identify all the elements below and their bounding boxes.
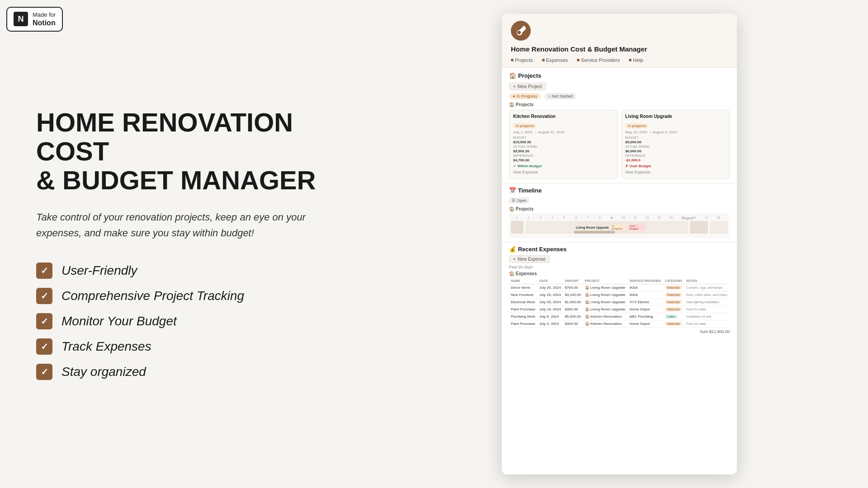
feature-user-friendly: User-Friendly: [36, 263, 335, 279]
wrench-icon: [515, 25, 526, 36]
col-date: Date: [538, 278, 563, 284]
cell-name: Decor Items: [509, 284, 538, 291]
projects-sub-heading: 🏠 Projects: [509, 102, 730, 107]
feature-label-3: Monitor Your Budget: [61, 314, 177, 328]
nav-help[interactable]: Help: [629, 57, 643, 63]
table-row: Electrical Work July 25, 2024 $1,500.00 …: [509, 299, 730, 306]
nav-expenses[interactable]: Expenses: [542, 57, 568, 63]
cell-project: 🏠 Living Room Upgrade: [583, 291, 628, 299]
title-line1: HOME RENOVATION COST: [36, 108, 293, 166]
cell-name: Paint Purchase: [509, 306, 538, 313]
cell-amount: $700.00: [563, 284, 583, 291]
expenses-heading: 💰 Recent Expenses: [509, 246, 730, 253]
col-notes: Notes: [684, 278, 730, 284]
timeline-section: 📅 Timeline ☰ Open 🏠 Projects August 1 2: [502, 183, 737, 242]
pill-in-progress[interactable]: ● In Progress: [509, 93, 541, 99]
projects-heading: 🏠 Projects: [509, 72, 730, 79]
cell-notes: Installation of sink: [684, 313, 730, 320]
cell-project: 🏠 Kitchen Renovation: [583, 313, 628, 320]
table-row: Paint Purchase July 3, 2024 $300.00 🏠 Ki…: [509, 320, 730, 328]
timeline-open-pill[interactable]: ☰ Open: [509, 197, 529, 204]
kitchen-status-badge: In progress: [513, 123, 537, 128]
timeline-col-end2: [710, 221, 728, 234]
kitchen-new-expense[interactable]: New Expense: [513, 170, 613, 174]
app-icon: [511, 21, 531, 41]
timeline-bar-container: Living Room Upgrade In progress Over Bud…: [525, 221, 688, 234]
project-card-kitchen: Kitchen Renovation In progress July 1, 2…: [509, 110, 618, 178]
timeline-col-end: [690, 221, 708, 234]
pill-not-started[interactable]: ○ Not Started: [544, 93, 576, 99]
main-title: HOME RENOVATION COST & BUDGET MANAGER: [36, 108, 335, 194]
cell-date: July 26, 2024: [538, 284, 563, 291]
checkbox-icon-4: [36, 338, 52, 355]
living-date: May 18, 2024 → August 5, 2024: [625, 130, 726, 134]
cell-category: Materials: [663, 320, 685, 328]
august-label: August: [682, 216, 693, 220]
cell-amount: $300.00: [563, 320, 583, 328]
table-row: Paint Purchase July 19, 2024 $300.00 🏠 L…: [509, 306, 730, 313]
cell-notes: Curtains, rugs, and lamps: [684, 284, 730, 291]
cell-date: July 8, 2024: [538, 313, 563, 320]
nav-projects[interactable]: Projects: [511, 57, 533, 63]
cell-project: 🏠 Living Room Upgrade: [583, 284, 628, 291]
status-pills: ● In Progress ○ Not Started: [509, 93, 730, 99]
title-line2: & BUDGET MANAGER: [36, 165, 316, 195]
notion-content: 🏠 Projects + New Project ● In Progress ○…: [502, 68, 737, 474]
col-name: Name: [509, 278, 538, 284]
cell-provider: IKEA: [627, 291, 663, 299]
cell-category: Labor: [663, 313, 685, 320]
feature-project-tracking: Comprehensive Project Tracking: [36, 288, 335, 304]
cell-provider: ABC Plumbing: [627, 313, 663, 320]
feature-track-expenses: Track Expenses: [36, 338, 335, 355]
kitchen-footer: ✓ Within Budget: [513, 164, 613, 168]
expenses-section: 💰 Recent Expenses + New Expense Past 90 …: [502, 242, 737, 338]
timeline-bar-area: August 1 2 3 4 5 6 7 8 ● 10 11: [509, 213, 730, 238]
timeline-bar-sub: [574, 231, 615, 234]
living-footer: ✗ Over Budget: [625, 164, 726, 168]
col-project: Project: [583, 278, 628, 284]
expenses-table: Name Date Amount Project Service Provide…: [509, 278, 730, 328]
table-row: New Furniture July 26, 2024 $3,100.00 🏠 …: [509, 291, 730, 299]
new-project-button[interactable]: + New Project: [509, 83, 546, 90]
living-meta: BUDGET $5,000.00 ACTUAL SPEND $6,000.00 …: [625, 136, 726, 162]
budget-value: $15,500.00: [513, 140, 531, 144]
feature-label-1: User-Friendly: [61, 263, 137, 278]
col-amount: Amount: [563, 278, 583, 284]
card-title-kitchen: Kitchen Renovation: [513, 114, 613, 119]
notion-nav: Projects Expenses Service Providers Help: [511, 57, 728, 63]
living-new-expense[interactable]: New Expense: [625, 170, 726, 174]
checkbox-icon-1: [36, 263, 52, 279]
cell-provider: IKEA: [627, 284, 663, 291]
badge-line1: Made for: [33, 11, 56, 19]
notion-logo-icon: N: [14, 12, 28, 26]
right-panel: Home Renovation Cost & Budget Manager Pr…: [371, 0, 868, 488]
cell-date: July 25, 2024: [538, 299, 563, 306]
left-panel: N Made for Notion HOME RENOVATION COST &…: [0, 0, 371, 488]
past-days-label: Past 90 days: [509, 265, 730, 269]
cell-category: Materials: [663, 291, 685, 299]
feature-label-5: Stay organized: [61, 365, 146, 379]
col-provider: Service Provider: [627, 278, 663, 284]
nav-service-providers[interactable]: Service Providers: [577, 57, 620, 63]
timeline-row: Living Room Upgrade In progress Over Bud…: [511, 221, 728, 234]
cell-amount: $300.00: [563, 306, 583, 313]
cell-name: New Furniture: [509, 291, 538, 299]
checkbox-icon-2: [36, 288, 52, 304]
new-expense-button[interactable]: + New Expense: [509, 255, 550, 263]
cell-category: Materials: [663, 306, 685, 313]
cell-notes: New lighting installation: [684, 299, 730, 306]
badge-text: Made for Notion: [33, 11, 56, 27]
cell-provider: Home Depot: [627, 306, 663, 313]
kitchen-date: July 1, 2024 → August 31, 2024: [513, 130, 613, 134]
card-title-living: Living Room Upgrade: [625, 114, 726, 119]
table-row: Plumbing Work July 8, 2024 $5,000.00 🏠 K…: [509, 313, 730, 320]
cell-amount: $3,100.00: [563, 291, 583, 299]
cell-notes: Paint for walls: [684, 320, 730, 328]
living-status-badge: In progress: [625, 123, 649, 128]
cell-name: Paint Purchase: [509, 320, 538, 328]
expenses-total: Sum $11,900.00: [509, 329, 730, 334]
notion-window: Home Renovation Cost & Budget Manager Pr…: [502, 14, 737, 474]
cell-provider: Home Depot: [627, 320, 663, 328]
expenses-sub-heading: 🏠 Expenses: [509, 271, 730, 276]
feature-label-2: Comprehensive Project Tracking: [61, 289, 244, 303]
